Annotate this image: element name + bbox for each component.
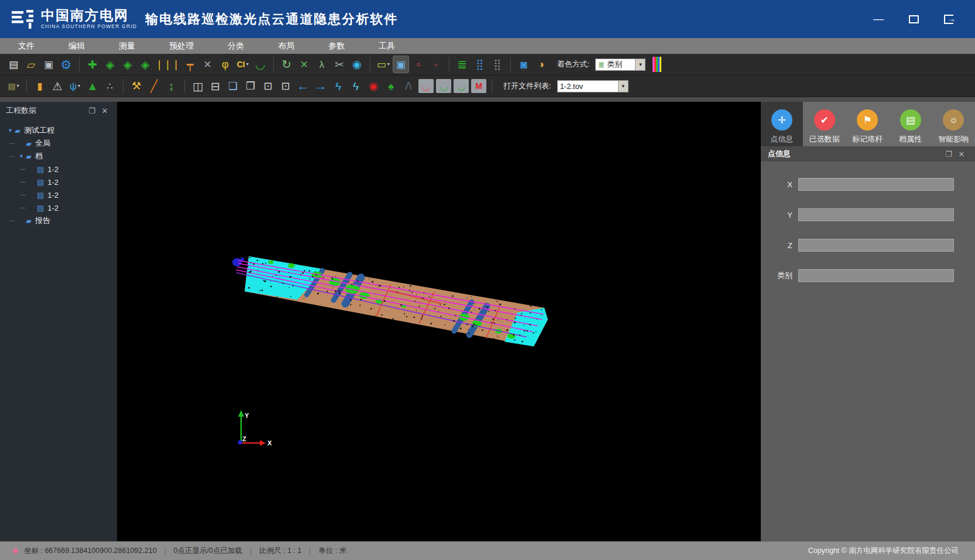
menu-item-7[interactable]: 参数 [311, 38, 362, 54]
ci-tool-icon[interactable]: CI▾ [235, 56, 250, 73]
tree-node-1-2-6[interactable]: ▤1-2 [0, 188, 117, 201]
minimize-button[interactable]: — [871, 13, 886, 26]
sag-curve-tool-1-icon[interactable]: ◡ [418, 79, 434, 93]
model-tool-icon[interactable]: M [471, 79, 486, 93]
menu-item-3[interactable]: 测量 [102, 38, 152, 54]
tree-node-1-2-7[interactable]: ▤1-2 [0, 201, 117, 214]
point-info-close-icon[interactable]: ✕ [955, 150, 968, 159]
select-rect-tool-icon[interactable]: ▭▾ [376, 56, 391, 73]
menu-item-1[interactable]: 文件 [1, 38, 52, 54]
split-vertical-tool-icon[interactable]: ◫ [190, 78, 205, 94]
screenshot-tool-icon[interactable]: ◙ [516, 56, 531, 73]
tree-expand-icon[interactable]: ▼ [17, 153, 26, 159]
new-window-tool-icon[interactable]: ❐ [243, 78, 258, 94]
exit-button[interactable]: → [941, 13, 956, 26]
tab-selected-data[interactable]: ✔已选数据 [803, 102, 846, 146]
tower-mark-tool-icon[interactable]: Λ [401, 78, 416, 94]
classify-vegetation-tool-icon[interactable]: ◈ [120, 56, 135, 73]
section-measure-tool-icon[interactable]: ✕ [200, 56, 215, 73]
polyline-tool-icon[interactable]: ϟ [331, 78, 346, 94]
point-cloud-viewport[interactable]: Y X Z [117, 102, 761, 541]
coloring-mode-select[interactable]: ≣类别▼ [595, 59, 646, 71]
move-view-tool-icon[interactable]: ✚ [85, 56, 100, 73]
select-add-tool-icon[interactable]: ▫ [411, 56, 426, 73]
point-z-input[interactable] [798, 239, 954, 252]
menu-item-6[interactable]: 布局 [261, 38, 311, 54]
tree-node-1-2-5[interactable]: ▤1-2 [0, 176, 117, 188]
sag-curve-tool-3-icon[interactable]: ◡ [454, 79, 469, 93]
compare-window-tool-1-icon[interactable]: ⊡ [260, 78, 276, 94]
open-file-button-icon[interactable]: ▱ [23, 56, 39, 73]
menu-item-4[interactable]: 预处理 [152, 38, 211, 54]
coloring-mode-select-dropdown-icon[interactable]: ▼ [635, 59, 645, 70]
tree-node-全局-2[interactable]: ▰全局 [0, 137, 117, 150]
tree-node-label: 档 [35, 151, 43, 162]
slope-ruler-tool-icon[interactable]: ╱ [146, 78, 162, 94]
point-x-input[interactable] [798, 178, 954, 191]
branch-analysis-tool-icon[interactable]: ψ▾ [67, 78, 83, 94]
panel-close-icon[interactable]: ✕ [98, 106, 111, 115]
field-label-Y: Y [761, 211, 792, 219]
point-class-input[interactable] [798, 269, 954, 282]
tree-node-档-3[interactable]: ▼▰档 [0, 150, 117, 163]
height-limit-tool-icon[interactable]: ↨ [164, 78, 179, 94]
height-measure-tool-icon[interactable]: ┯ [183, 56, 198, 73]
tree-mark-tool-icon[interactable]: ♠ [383, 78, 399, 94]
compare-window-tool-2-icon[interactable]: ⊡ [278, 78, 293, 94]
key-point-tool-icon[interactable]: φ [218, 56, 233, 73]
menu-item-8[interactable]: 工具 [362, 38, 412, 54]
new-file-button-icon[interactable]: ▤ [6, 56, 21, 73]
point-y-input[interactable] [798, 208, 954, 221]
coloring-mode-label: 着色方式: [557, 59, 590, 70]
select-move-tool-icon[interactable]: ▣ [393, 56, 408, 73]
tree-node-测试工程-1[interactable]: ▼▰测试工程 [0, 124, 117, 137]
tree-node-1-2-4[interactable]: ▤1-2 [0, 163, 117, 176]
redo-button-icon[interactable]: → [313, 78, 328, 94]
tree-node-报告-8[interactable]: ▰报告 [0, 214, 117, 227]
locate-point-tool-icon[interactable]: ◉ [366, 78, 381, 94]
file-icon: ▤ [37, 165, 44, 174]
maximize-button[interactable] [906, 13, 921, 26]
layer-display-tool-icon[interactable]: ≣ [455, 56, 470, 73]
node-link-tool-icon[interactable]: ∴ [102, 78, 118, 94]
colorbar-tool[interactable] [653, 57, 661, 72]
save-button-icon[interactable]: ▣ [41, 56, 56, 73]
settings-button-icon[interactable]: ⚙ [59, 56, 74, 73]
toolbar-separator [26, 79, 27, 93]
undo-button-icon[interactable]: ← [296, 78, 311, 94]
cascade-windows-tool-icon[interactable]: ❏ [225, 78, 241, 94]
render-palette-tool-icon[interactable]: ◑ [534, 56, 549, 73]
grid-filter-tool-icon[interactable]: ⣿ [490, 56, 505, 73]
point-info-float-icon[interactable]: ❐ [942, 150, 955, 159]
delete-selection-tool-icon[interactable]: ✕ [297, 56, 312, 73]
grid-points-tool-icon[interactable]: ⣿ [472, 56, 487, 73]
sag-curve-tool-2-icon[interactable]: ◡ [436, 79, 451, 93]
tree-expand-icon[interactable]: ▼ [6, 128, 15, 133]
ruler-tool-icon[interactable]: ▮ [32, 78, 47, 94]
split-horizontal-tool-icon[interactable]: ⊟ [208, 78, 223, 94]
polyline-edit-tool-icon[interactable]: ϟ [348, 78, 363, 94]
clean-points-tool-icon[interactable]: ⚒ [129, 78, 144, 94]
panel-float-icon[interactable]: ❐ [85, 106, 98, 115]
visibility-tool-icon[interactable]: ◉ [349, 56, 365, 73]
tab-mark-tower[interactable]: ⚑标记塔杆 [846, 102, 890, 146]
menu-item-2[interactable]: 编辑 [52, 38, 102, 54]
profile-view-tool-icon[interactable]: ▤▾ [6, 78, 21, 94]
classify-building-tool-icon[interactable]: ◈ [138, 56, 153, 73]
open-file-list-select[interactable]: 1-2.tov▼ [557, 80, 629, 92]
tab-span-properties[interactable]: ▤档属性 [889, 102, 932, 146]
cut-cloud-tool-icon[interactable]: ✂ [332, 56, 347, 73]
power-line-extract-tool-icon[interactable]: ❘❘❘ [155, 56, 180, 73]
rotate-view-tool-icon[interactable]: ↻ [279, 56, 294, 73]
catenary-fit-tool-icon[interactable]: ◡ [253, 56, 268, 73]
pick-point-tool-icon[interactable]: λ [314, 56, 329, 73]
classify-ground-tool-icon[interactable]: ◈ [102, 56, 118, 73]
north-arrow-tool-icon[interactable]: ▲ [85, 78, 100, 94]
tab-point-info[interactable]: ✛点信息 [761, 102, 803, 146]
danger-point-tool-icon[interactable]: ⚠ [50, 78, 65, 94]
tab-smart-impact[interactable]: ☼智能影响 [932, 102, 975, 146]
select-remove-tool-icon[interactable]: ▫ [428, 56, 444, 73]
workarea-top-strip [0, 97, 975, 102]
open-file-list-select-dropdown-icon[interactable]: ▼ [618, 81, 628, 92]
menu-item-5[interactable]: 分类 [211, 38, 261, 54]
